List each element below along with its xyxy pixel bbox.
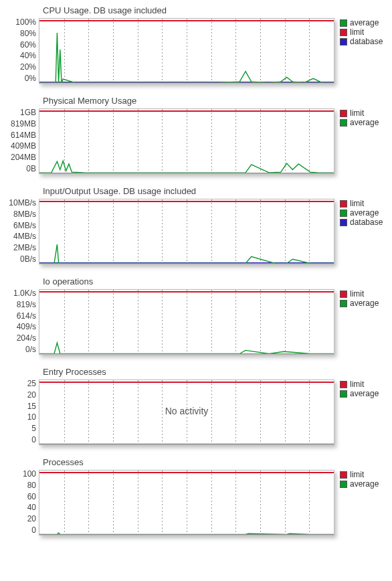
chart-title: CPU Usage. DB usage included [43,5,389,15]
legend-label: average [350,479,379,489]
legend-item-database: database [340,37,376,46]
legend-item-average: average [340,208,376,218]
y-tick: 204MB [11,153,36,161]
y-tick: 25 [27,380,36,388]
average-swatch-icon [340,19,347,27]
plot-area [39,289,334,355]
plot-area [39,470,334,535]
series-average [39,244,334,263]
legend: averagelimitdatabase [334,18,376,46]
legend-label: database [350,218,383,227]
plot-area [39,108,334,174]
y-tick: 0B [26,165,36,173]
legend-item-limit: limit [340,199,376,208]
y-tick: 100% [15,18,36,26]
plot-area: No activity [39,380,334,445]
legend-item-average: average [340,479,376,489]
limit-swatch-icon [340,200,347,208]
y-tick: 40% [20,52,36,60]
chart-title: Input/Output Usage. DB usage included [43,186,389,196]
y-tick: 80 [27,481,36,489]
legend-item-limit: limit [340,289,376,299]
chart-io: Input/Output Usage. DB usage included10M… [3,186,389,264]
chart-title: Processes [43,457,389,467]
y-tick: 204/s [17,334,36,342]
legend-label: limit [350,108,364,118]
chart-title: Io operations [43,276,389,286]
average-swatch-icon [340,119,347,127]
chart-cpu: CPU Usage. DB usage included100%80%60%40… [3,5,389,84]
y-tick: 1.0K/s [13,289,36,297]
y-axis: 1GB819MB614MB409MB204MB0B [3,108,39,173]
legend-label: limit [350,470,364,479]
legend-label: average [350,18,379,27]
y-tick: 819MB [11,120,36,128]
chart-iops: Io operations1.0K/s819/s614/s409/s204/s0… [3,276,389,355]
legend-item-average: average [340,118,376,127]
legend-item-average: average [340,299,376,308]
y-tick: 40 [27,503,36,511]
y-tick: 8MB/s [13,210,36,218]
chart-proc: Processes100806040200limitaverage [3,457,389,535]
y-tick: 5 [31,424,36,432]
legend-label: database [350,37,383,46]
legend: limitaveragedatabase [334,199,376,227]
database-swatch-icon [340,219,347,226]
y-tick: 0B/s [20,255,36,263]
legend-label: average [350,389,379,398]
plot-area [39,199,334,264]
database-swatch-icon [340,38,347,46]
y-tick: 10MB/s [9,199,36,207]
legend-item-limit: limit [340,27,376,37]
y-axis: 2520151050 [3,380,39,444]
y-tick: 0 [31,526,36,534]
chart-title: Physical Memory Usage [43,96,389,106]
legend-label: limit [350,27,364,37]
y-tick: 819/s [17,301,36,309]
y-tick: 614/s [17,312,36,320]
series-average [39,33,334,82]
legend-label: limit [350,199,364,208]
legend-item-average: average [340,18,376,27]
average-swatch-icon [340,210,347,217]
y-tick: 60 [27,493,36,501]
y-tick: 0/s [25,345,36,353]
y-tick: 80% [20,29,36,37]
limit-swatch-icon [340,110,347,117]
legend: limitaverage [334,289,376,308]
limit-swatch-icon [340,471,347,479]
chart-ep: Entry Processes2520151050No activitylimi… [3,367,389,445]
limit-swatch-icon [340,29,347,36]
overlay-message: No activity [39,406,334,416]
legend-label: average [350,118,379,127]
y-axis: 10MB/s8MB/s6MB/s4MB/s2MB/s0B/s [3,199,39,263]
legend: limitaverage [334,380,376,398]
y-tick: 1GB [20,108,36,116]
legend: limitaverage [334,108,376,127]
limit-swatch-icon [340,381,347,388]
y-tick: 20 [27,391,36,399]
y-axis: 100%80%60%40%20%0% [3,18,39,82]
legend-label: limit [350,289,364,299]
legend-item-limit: limit [340,380,376,389]
y-tick: 409/s [17,323,36,331]
y-tick: 20% [20,63,36,71]
y-tick: 0% [25,74,36,82]
y-axis: 100806040200 [3,470,39,534]
plot-area [39,18,334,84]
y-tick: 4MB/s [13,232,36,240]
y-tick: 2MB/s [13,244,36,252]
average-swatch-icon [340,300,347,307]
legend-label: average [350,299,379,308]
y-tick: 614MB [11,131,36,139]
chart-mem: Physical Memory Usage1GB819MB614MB409MB2… [3,96,389,174]
legend-label: average [350,208,379,218]
y-tick: 6MB/s [13,222,36,230]
legend-item-limit: limit [340,108,376,118]
average-swatch-icon [340,481,347,488]
y-tick: 60% [20,41,36,49]
legend-item-limit: limit [340,470,376,479]
legend-item-database: database [340,218,376,227]
y-tick: 10 [27,413,36,421]
y-axis: 1.0K/s819/s614/s409/s204/s0/s [3,289,39,353]
